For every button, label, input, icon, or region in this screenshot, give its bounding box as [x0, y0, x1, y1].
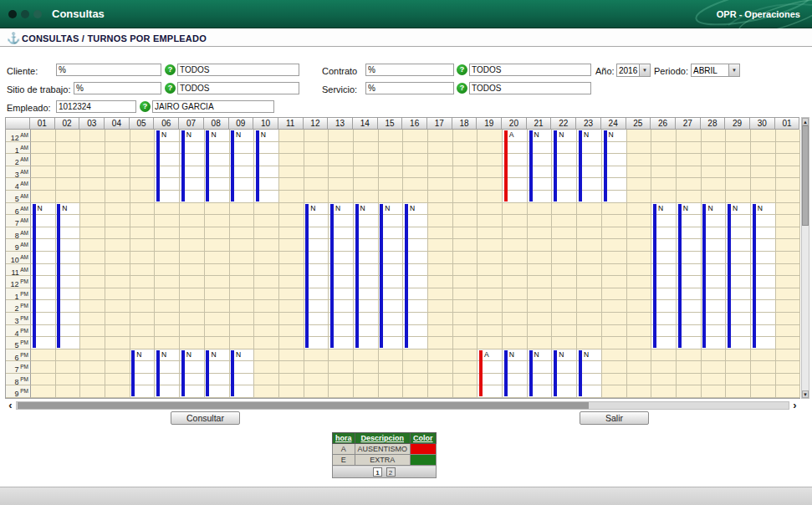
grid-cell	[56, 349, 81, 362]
sitio-lookup-icon[interactable]: ?	[165, 83, 176, 94]
contrato-desc-input[interactable]	[469, 64, 591, 76]
shift-code-label: N	[236, 351, 241, 359]
grid-cell	[56, 374, 81, 386]
shift-code-label: A	[484, 351, 489, 359]
cliente-lookup-icon[interactable]: ?	[165, 64, 176, 75]
grid-cell	[155, 276, 180, 288]
grid-cell	[205, 227, 230, 240]
shift-bar-N	[33, 204, 36, 348]
empleado-lookup-icon[interactable]: ?	[140, 101, 151, 112]
grid-cell	[403, 191, 428, 203]
periodo-select[interactable]: ABRIL ▼	[691, 64, 740, 77]
grid-cell	[180, 239, 205, 252]
grid-cell	[31, 166, 56, 179]
grid-cell	[428, 276, 453, 288]
shift-bar-N	[355, 204, 359, 348]
grid-cell	[254, 337, 279, 349]
grid-cell	[329, 385, 354, 398]
vscroll-thumb[interactable]	[802, 125, 809, 226]
periodo-dropdown-arrow-icon[interactable]: ▼	[728, 64, 739, 76]
shift-code-label: N	[186, 351, 192, 359]
sitio-input[interactable]	[74, 82, 161, 94]
grid-cell	[776, 313, 801, 325]
grid-cell	[130, 325, 156, 338]
vscroll-track[interactable]	[802, 125, 809, 390]
empleado-input[interactable]	[56, 100, 136, 113]
servicio-label: Servicio:	[322, 84, 357, 94]
sitio-desc-input[interactable]	[177, 82, 299, 94]
contrato-input[interactable]	[365, 64, 454, 76]
day-header-19: 19	[477, 117, 502, 130]
hour-label: 1 PM	[6, 288, 31, 301]
hscroll-thumb[interactable]	[18, 402, 589, 409]
shift-code-label: N	[683, 205, 688, 212]
horizontal-scrollbar[interactable]: ‹ ›	[5, 400, 800, 411]
window-dot-2[interactable]	[21, 10, 29, 18]
grid-cell	[627, 239, 652, 252]
legend-header-descripcion[interactable]: Descripcion	[355, 433, 411, 444]
grid-cell	[477, 215, 503, 227]
scroll-up-icon[interactable]: ▲	[802, 118, 809, 125]
grid-cell	[56, 361, 81, 374]
grid-cell	[155, 264, 180, 277]
scroll-right-icon[interactable]: ›	[789, 401, 800, 410]
hour-label: 12 AM	[6, 130, 31, 142]
hour-label: 8 PM	[6, 374, 31, 386]
salir-button[interactable]: Salir	[580, 411, 649, 425]
grid-cell	[726, 361, 751, 374]
grid-cell	[503, 227, 528, 240]
grid-cell	[354, 361, 379, 374]
contrato-lookup-icon[interactable]: ?	[457, 64, 467, 75]
servicio-lookup-icon[interactable]: ?	[457, 83, 467, 94]
legend-header-color[interactable]: Color	[411, 433, 437, 444]
vertical-scrollbar[interactable]: ▲ ▼	[801, 117, 809, 399]
grid-cell	[230, 276, 255, 288]
scroll-down-icon[interactable]: ▼	[802, 390, 809, 398]
consultar-button[interactable]: Consultar	[171, 411, 240, 425]
grid-cell	[428, 313, 453, 325]
legend-page-2[interactable]: 2	[386, 467, 396, 477]
servicio-desc-input[interactable]	[469, 82, 591, 94]
grid-cell	[403, 349, 428, 362]
grid-cell	[627, 142, 652, 155]
grid-cell	[776, 300, 801, 313]
legend-header-row: hora Descripcion Color	[333, 433, 437, 444]
grid-cell	[80, 154, 105, 166]
legend-page-1[interactable]: 1	[373, 467, 382, 477]
grid-cell	[279, 227, 304, 240]
grid-cell	[453, 349, 478, 362]
window-dot-3[interactable]	[33, 10, 42, 18]
scroll-left-icon[interactable]: ‹	[5, 401, 16, 410]
grid-cell	[528, 252, 553, 264]
grid-cell	[453, 385, 478, 398]
grid-cell	[577, 252, 602, 264]
servicio-input[interactable]	[365, 82, 454, 94]
grid-cell	[477, 142, 503, 155]
anio-dropdown-arrow-icon[interactable]: ▼	[639, 64, 650, 76]
cliente-desc-input[interactable]	[177, 64, 299, 76]
cliente-input[interactable]	[56, 64, 161, 76]
grid-cell	[155, 203, 180, 216]
legend-header-hora[interactable]: hora	[333, 433, 355, 444]
grid-cell	[230, 313, 255, 325]
grid-cell	[180, 337, 205, 349]
grid-cell	[776, 130, 801, 142]
grid-cell	[751, 142, 776, 155]
hour-label: 7 AM	[6, 215, 31, 227]
anio-select[interactable]: 2016 ▼	[616, 64, 651, 77]
grid-cell	[80, 313, 105, 325]
grid-cell	[552, 325, 577, 338]
shift-code-label: N	[509, 351, 514, 359]
window-dot-1[interactable]	[8, 10, 17, 18]
grid-cell	[627, 337, 652, 349]
empleado-desc-input[interactable]	[152, 100, 274, 113]
grid-cell	[477, 300, 503, 313]
hour-label: 11 AM	[6, 264, 31, 277]
grid-cell	[329, 349, 354, 362]
grid-cell	[130, 178, 156, 191]
grid-cell	[503, 313, 528, 325]
grid-cell	[205, 239, 230, 252]
grid-cell	[776, 288, 801, 301]
grid-cell	[503, 264, 528, 277]
hscroll-track[interactable]	[16, 401, 789, 410]
